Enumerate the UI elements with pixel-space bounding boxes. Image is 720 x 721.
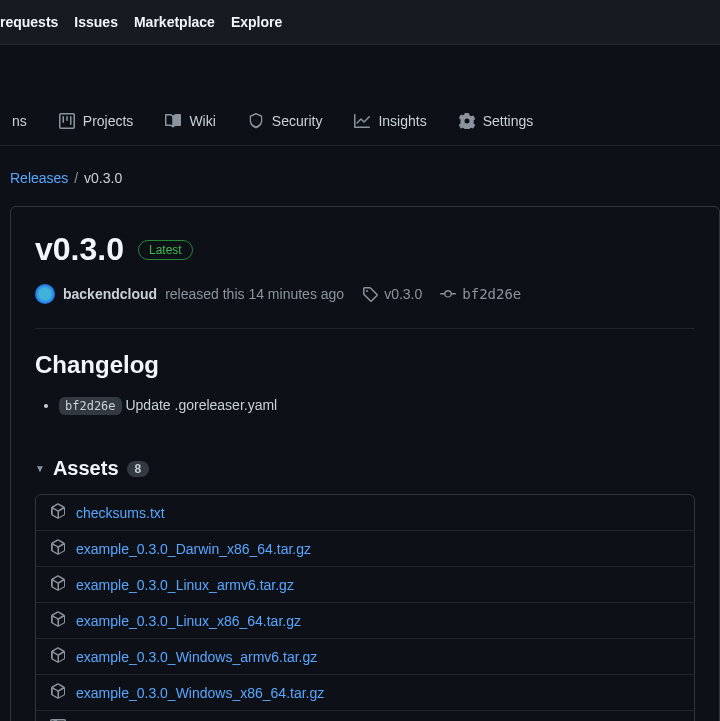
asset-row: example_0.3.0_Windows_armv6.tar.gz	[36, 638, 694, 674]
asset-row: Source code(zip)	[36, 710, 694, 721]
tab-security[interactable]: Security	[236, 105, 335, 145]
package-icon	[50, 575, 66, 594]
tab-label: Insights	[378, 113, 426, 129]
global-nav: requests Issues Marketplace Explore	[0, 0, 720, 45]
assets-heading: Assets	[53, 457, 119, 480]
assets-count: 8	[127, 461, 150, 477]
commit-sha: bf2d26e	[462, 286, 521, 302]
nav-marketplace[interactable]: Marketplace	[134, 14, 215, 30]
commit-meta[interactable]: bf2d26e	[440, 286, 521, 302]
changelog-item: bf2d26e Update .goreleaser.yaml	[59, 397, 695, 413]
tab-insights[interactable]: Insights	[342, 105, 438, 145]
project-icon	[59, 113, 75, 129]
breadcrumb: Releases / v0.3.0	[0, 146, 720, 186]
release-title-row: v0.3.0 Latest	[35, 231, 695, 268]
breadcrumb-current: v0.3.0	[84, 170, 122, 186]
avatar[interactable]	[35, 284, 55, 304]
repo-tabs: ns Projects Wiki Security Insights Setti…	[0, 97, 720, 146]
gear-icon	[459, 113, 475, 129]
tag-text: v0.3.0	[384, 286, 422, 302]
breadcrumb-releases[interactable]: Releases	[10, 170, 68, 186]
tag-meta[interactable]: v0.3.0	[362, 286, 422, 302]
nav-explore[interactable]: Explore	[231, 14, 282, 30]
asset-link[interactable]: example_0.3.0_Linux_armv6.tar.gz	[76, 577, 294, 593]
triangle-down-icon: ▼	[35, 463, 45, 474]
asset-row: example_0.3.0_Darwin_x86_64.tar.gz	[36, 530, 694, 566]
asset-link[interactable]: example_0.3.0_Windows_x86_64.tar.gz	[76, 685, 324, 701]
tab-wiki[interactable]: Wiki	[153, 105, 227, 145]
breadcrumb-separator: /	[74, 170, 78, 186]
asset-row: checksums.txt	[36, 495, 694, 530]
package-icon	[50, 611, 66, 630]
asset-link[interactable]: checksums.txt	[76, 505, 165, 521]
author-link[interactable]: backendcloud	[63, 286, 157, 302]
assets-list: checksums.txtexample_0.3.0_Darwin_x86_64…	[35, 494, 695, 721]
asset-link[interactable]: example_0.3.0_Windows_armv6.tar.gz	[76, 649, 317, 665]
tab-label: Security	[272, 113, 323, 129]
changelog-list: bf2d26e Update .goreleaser.yaml	[59, 397, 695, 413]
released-text: released this 14 minutes ago	[165, 286, 344, 302]
assets-toggle[interactable]: ▼ Assets 8	[35, 457, 695, 480]
book-icon	[165, 113, 181, 129]
tag-icon	[362, 286, 378, 302]
asset-link[interactable]: example_0.3.0_Darwin_x86_64.tar.gz	[76, 541, 311, 557]
package-icon	[50, 539, 66, 558]
tab-label: ns	[12, 113, 27, 129]
package-icon	[50, 683, 66, 702]
release-title: v0.3.0	[35, 231, 124, 268]
shield-icon	[248, 113, 264, 129]
graph-icon	[354, 113, 370, 129]
asset-link[interactable]: example_0.3.0_Linux_x86_64.tar.gz	[76, 613, 301, 629]
changelog-msg: Update .goreleaser.yaml	[125, 397, 277, 413]
tab-actions-partial[interactable]: ns	[0, 105, 39, 145]
changelog-sha[interactable]: bf2d26e	[59, 397, 122, 415]
changelog-heading: Changelog	[35, 351, 695, 379]
latest-badge: Latest	[138, 240, 193, 260]
tab-settings[interactable]: Settings	[447, 105, 546, 145]
package-icon	[50, 503, 66, 522]
asset-row: example_0.3.0_Linux_armv6.tar.gz	[36, 566, 694, 602]
tab-projects[interactable]: Projects	[47, 105, 146, 145]
package-icon	[50, 647, 66, 666]
commit-icon	[440, 286, 456, 302]
tab-label: Settings	[483, 113, 534, 129]
tab-label: Wiki	[189, 113, 215, 129]
nav-issues[interactable]: Issues	[74, 14, 118, 30]
release-container: v0.3.0 Latest backendcloud released this…	[10, 206, 720, 721]
nav-requests[interactable]: requests	[0, 14, 58, 30]
asset-row: example_0.3.0_Linux_x86_64.tar.gz	[36, 602, 694, 638]
asset-row: example_0.3.0_Windows_x86_64.tar.gz	[36, 674, 694, 710]
tab-label: Projects	[83, 113, 134, 129]
release-meta: backendcloud released this 14 minutes ag…	[35, 284, 695, 329]
